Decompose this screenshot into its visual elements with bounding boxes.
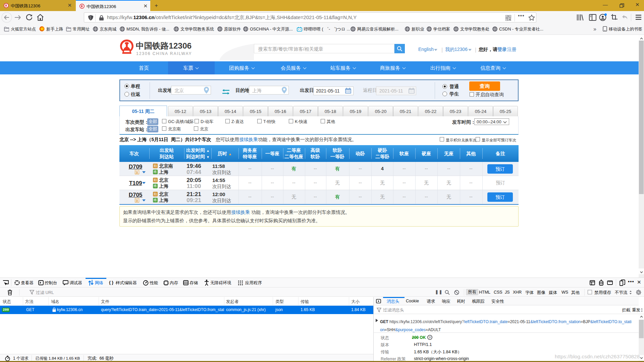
svg-text:?: ? xyxy=(429,336,431,339)
